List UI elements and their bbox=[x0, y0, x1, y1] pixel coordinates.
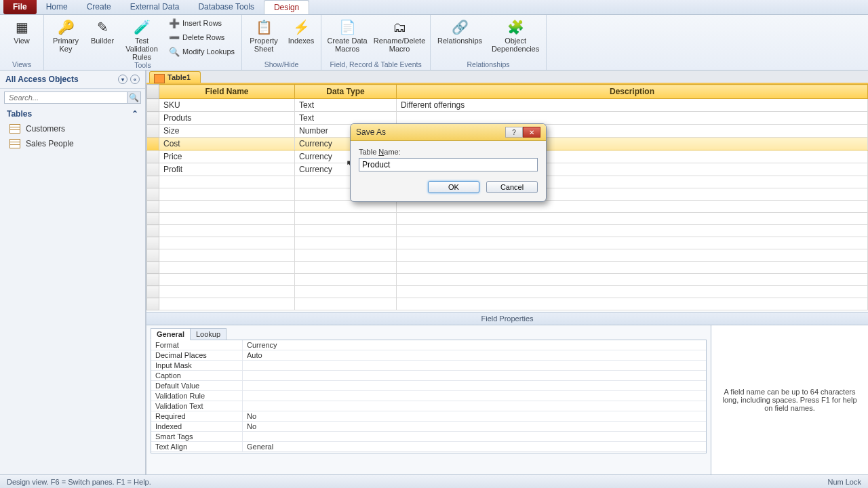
nav-group-tables[interactable]: Tables ⌃ bbox=[0, 106, 145, 121]
row-selector[interactable] bbox=[147, 262, 159, 274]
row-selector[interactable] bbox=[147, 237, 159, 249]
fp-row[interactable]: Decimal PlacesAuto bbox=[151, 350, 706, 361]
fp-row[interactable]: Smart Tags bbox=[151, 432, 706, 442]
property-sheet-button[interactable]: 📋 Property Sheet bbox=[246, 16, 281, 54]
row-selector[interactable] bbox=[147, 112, 159, 125]
fp-row[interactable]: Validation Text bbox=[151, 401, 706, 411]
cell-data-type[interactable]: Text bbox=[295, 99, 397, 112]
col-description[interactable]: Description bbox=[397, 85, 868, 99]
cell-field-name[interactable]: Size bbox=[159, 125, 295, 138]
row-selector[interactable] bbox=[147, 274, 159, 286]
row-selector[interactable] bbox=[147, 249, 159, 262]
ok-button[interactable]: OK bbox=[428, 181, 479, 193]
cancel-button[interactable]: Cancel bbox=[486, 181, 538, 193]
fp-row[interactable]: Default Value bbox=[151, 381, 706, 391]
cell-field-name[interactable]: Price bbox=[159, 150, 295, 163]
delete-rows-button[interactable]: ➖Delete Rows bbox=[166, 30, 237, 44]
fp-row[interactable]: IndexedNo bbox=[151, 422, 706, 432]
fp-value[interactable] bbox=[243, 381, 706, 390]
fp-row[interactable]: FormatCurrency bbox=[151, 340, 706, 350]
fp-value[interactable] bbox=[243, 401, 706, 411]
grid-row[interactable]: ProdutsText bbox=[147, 112, 868, 125]
fp-value[interactable] bbox=[243, 371, 706, 380]
fp-value[interactable] bbox=[243, 361, 706, 370]
tab-design[interactable]: Design bbox=[264, 0, 309, 14]
grid-row-empty[interactable] bbox=[147, 213, 868, 225]
fp-row[interactable]: RequiredNo bbox=[151, 411, 706, 422]
row-selector[interactable] bbox=[147, 298, 159, 310]
row-selector[interactable] bbox=[147, 286, 159, 298]
row-selector[interactable] bbox=[147, 201, 159, 213]
cell-data-type[interactable]: Text bbox=[295, 112, 397, 125]
fp-row[interactable]: Caption bbox=[151, 371, 706, 381]
modify-lookups-button[interactable]: 🔍Modify Lookups bbox=[166, 45, 237, 58]
grid-row-empty[interactable] bbox=[147, 237, 868, 249]
test-validation-button[interactable]: 🧪 Test Validation Rules bbox=[121, 16, 162, 62]
insert-rows-button[interactable]: ➕Insert Rows bbox=[166, 16, 237, 30]
relationships-button[interactable]: 🔗 Relationships bbox=[435, 16, 485, 46]
cell-description[interactable] bbox=[397, 112, 868, 125]
view-button[interactable]: ▦ View bbox=[4, 16, 39, 46]
tab-external-data[interactable]: External Data bbox=[121, 0, 189, 14]
row-selector[interactable] bbox=[147, 150, 159, 163]
row-selector[interactable] bbox=[147, 225, 159, 237]
col-field-name[interactable]: Field Name bbox=[159, 85, 295, 99]
tab-create[interactable]: Create bbox=[77, 0, 121, 14]
fp-row[interactable]: Validation Rule bbox=[151, 391, 706, 401]
row-selector[interactable] bbox=[147, 163, 159, 176]
table-name-input[interactable] bbox=[359, 158, 538, 171]
fp-value[interactable]: No bbox=[243, 422, 706, 431]
rename-delete-macro-button[interactable]: 🗂 Rename/Delete Macro bbox=[373, 16, 426, 54]
fp-value[interactable]: General bbox=[243, 442, 706, 451]
cell-field-name[interactable]: Cost bbox=[159, 138, 295, 150]
row-selector[interactable] bbox=[147, 176, 159, 188]
row-selector[interactable] bbox=[147, 213, 159, 225]
cell-field-name[interactable]: Produts bbox=[159, 112, 295, 125]
close-button[interactable]: ✕ bbox=[523, 127, 540, 138]
row-selector[interactable] bbox=[147, 125, 159, 138]
nav-item-sales-people[interactable]: Sales People bbox=[0, 136, 145, 151]
fp-value[interactable]: Currency bbox=[243, 340, 706, 350]
create-data-macros-button[interactable]: 📄 Create Data Macros bbox=[326, 16, 369, 54]
col-data-type[interactable]: Data Type bbox=[295, 85, 397, 99]
primary-key-button[interactable]: 🔑 Primary Key bbox=[48, 16, 83, 54]
nav-item-customers[interactable]: Customers bbox=[0, 121, 145, 136]
search-icon[interactable]: 🔍 bbox=[127, 92, 140, 103]
grid-row-empty[interactable] bbox=[147, 201, 868, 213]
builder-button[interactable]: ✎ Builder bbox=[87, 16, 117, 46]
doc-tab-table1[interactable]: Table1 bbox=[149, 71, 201, 83]
field-properties-grid[interactable]: FormatCurrencyDecimal PlacesAutoInput Ma… bbox=[151, 340, 707, 453]
search-input[interactable] bbox=[5, 92, 127, 103]
dialog-titlebar[interactable]: Save As ? ✕ bbox=[351, 124, 546, 141]
nav-collapse-icon[interactable]: « bbox=[130, 75, 140, 84]
fp-row[interactable]: Input Mask bbox=[151, 361, 706, 371]
grid-row-empty[interactable] bbox=[147, 225, 868, 237]
nav-dropdown-icon[interactable]: ▾ bbox=[118, 75, 127, 84]
fp-value[interactable]: No bbox=[243, 411, 706, 421]
object-dependencies-button[interactable]: 🧩 Object Dependencies bbox=[489, 16, 542, 54]
row-selector[interactable] bbox=[147, 138, 159, 150]
cell-field-name[interactable]: SKU bbox=[159, 99, 295, 112]
fp-value[interactable]: Auto bbox=[243, 350, 706, 360]
tab-home[interactable]: Home bbox=[37, 0, 77, 14]
grid-row-empty[interactable] bbox=[147, 298, 868, 310]
tab-database-tools[interactable]: Database Tools bbox=[189, 0, 264, 14]
fp-tab-general[interactable]: General bbox=[151, 328, 191, 340]
fp-value[interactable] bbox=[243, 391, 706, 401]
fp-value[interactable] bbox=[243, 432, 706, 441]
help-button[interactable]: ? bbox=[505, 127, 523, 138]
fp-tab-lookup[interactable]: Lookup bbox=[190, 328, 226, 340]
tab-file[interactable]: File bbox=[3, 0, 37, 14]
row-selector[interactable] bbox=[147, 188, 159, 201]
grid-row-empty[interactable] bbox=[147, 274, 868, 286]
cell-field-name[interactable]: Profit bbox=[159, 163, 295, 176]
grid-row-empty[interactable] bbox=[147, 286, 868, 298]
fp-row[interactable]: Text AlignGeneral bbox=[151, 442, 706, 452]
grid-row[interactable]: SKUTextDifferent offerings bbox=[147, 99, 868, 112]
indexes-button[interactable]: ⚡ Indexes bbox=[285, 16, 317, 46]
grid-row-empty[interactable] bbox=[147, 249, 868, 262]
row-selector[interactable] bbox=[147, 99, 159, 112]
cell-description[interactable]: Different offerings bbox=[397, 99, 868, 112]
nav-header[interactable]: All Access Objects ▾ « bbox=[0, 70, 145, 89]
grid-row-empty[interactable] bbox=[147, 262, 868, 274]
